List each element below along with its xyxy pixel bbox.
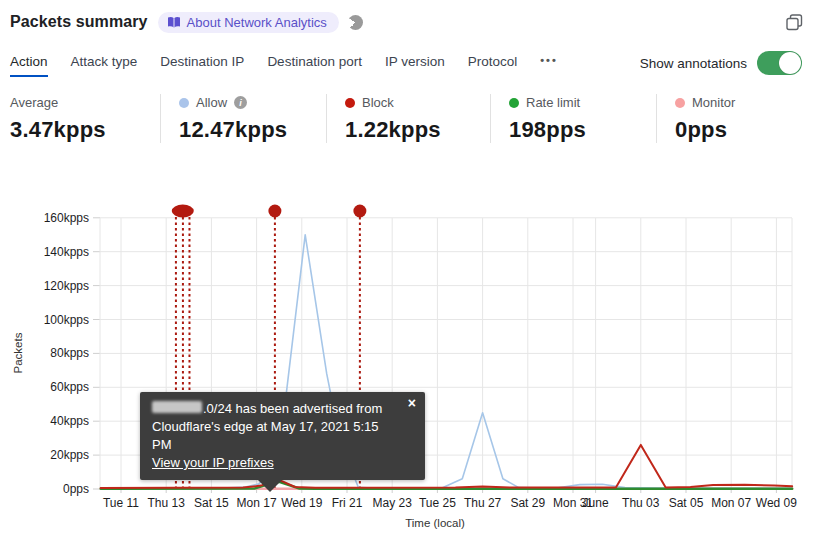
x-tick-label: Tue 25 (419, 496, 456, 510)
x-tick-label: Tue 11 (103, 496, 139, 510)
x-tick-label: Thu 03 (622, 496, 660, 510)
x-tick-label: Sat 05 (669, 496, 704, 510)
y-tick-label: 40kpps (50, 414, 89, 428)
x-tick-label: Wed 19 (281, 496, 322, 510)
y-tick-label: 80kpps (50, 346, 89, 360)
annotation-dot[interactable] (172, 205, 194, 218)
x-tick-label: Sat 15 (194, 496, 229, 510)
y-tick-label: 100kpps (44, 313, 89, 327)
annotation-tooltip: × .0/24 has been advertised from Cloudfl… (140, 392, 425, 480)
x-tick-label: Thu 27 (464, 496, 502, 510)
x-tick-label: May 23 (373, 496, 413, 510)
x-tick-label: Sat 29 (510, 496, 545, 510)
y-tick-label: 120kpps (44, 279, 89, 293)
x-axis-title: Time (local) (405, 517, 465, 529)
view-ip-prefixes-link[interactable]: View your IP prefixes (152, 454, 274, 472)
redacted-ip-prefix (152, 401, 202, 413)
packets-summary-panel: Packets summary About Network Analytics … (0, 0, 816, 545)
tooltip-caret (257, 479, 283, 492)
x-tick-label: Wed 09 (756, 496, 797, 510)
x-tick-label: Fri 21 (332, 496, 363, 510)
x-tick-label: Mon 17 (237, 496, 277, 510)
tooltip-line-1: .0/24 has been advertised from (152, 400, 399, 418)
x-tick-label: Mon 07 (711, 496, 751, 510)
y-tick-label: 160kpps (44, 211, 89, 225)
x-tick-label: June (583, 496, 609, 510)
tooltip-close-icon[interactable]: × (408, 395, 416, 411)
tooltip-line-2: Cloudflare's edge at May 17, 2021 5:15 P… (152, 418, 399, 454)
y-tick-label: 0pps (63, 482, 89, 496)
x-tick-label: Thu 13 (148, 496, 186, 510)
annotation-dot[interactable] (353, 205, 366, 218)
y-tick-label: 20kpps (50, 448, 89, 462)
y-tick-label: 60kpps (50, 380, 89, 394)
y-tick-label: 140kpps (44, 245, 89, 259)
y-axis-title: Packets (12, 332, 24, 373)
annotation-dot[interactable] (268, 205, 281, 218)
